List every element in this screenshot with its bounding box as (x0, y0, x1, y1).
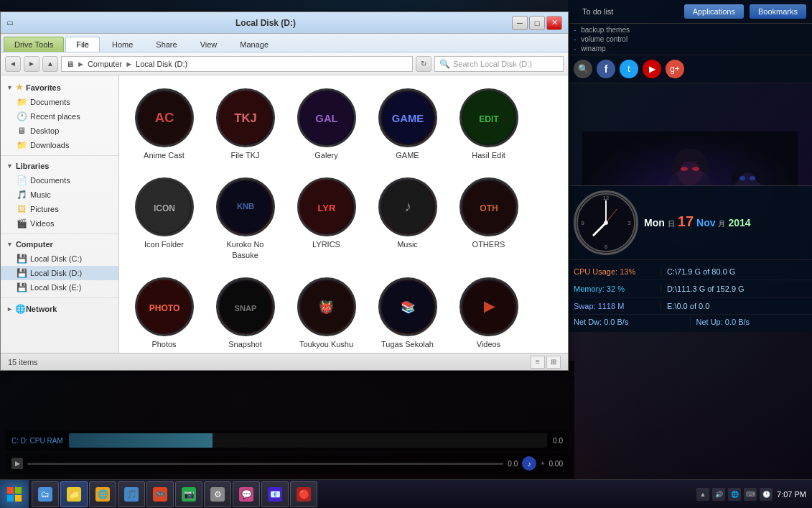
todo-button[interactable]: To do list (574, 4, 622, 19)
folder-game[interactable]: GAME GAME (370, 83, 445, 166)
start-button[interactable] (0, 480, 29, 509)
tab-file[interactable]: File (65, 37, 100, 52)
taskbar-item-8[interactable]: 💬 (233, 481, 260, 507)
sidebar-item-desktop[interactable]: 🖥 Desktop (1, 124, 118, 138)
sidebar-item-drive-e[interactable]: 💾 Local Disk (E:) (1, 280, 118, 295)
folder-toukyou[interactable]: 👹 Toukyou Kushu (289, 272, 364, 353)
taskbar-item-browser[interactable]: 🌐 (89, 481, 116, 507)
tab-view[interactable]: View (190, 37, 228, 52)
forward-button[interactable]: ► (24, 56, 39, 72)
sidebar-libraries-header[interactable]: ▼ Libraries (1, 159, 118, 173)
media-controls[interactable]: ▶ (11, 458, 23, 469)
folder-photos[interactable]: PHOTO Photos (126, 272, 202, 353)
tray-icon-clock[interactable]: 🕐 (760, 488, 773, 501)
sidebar-item-lib-documents[interactable]: 📄 Documents (1, 173, 118, 188)
progress-bar[interactable] (27, 463, 503, 465)
sidebar-favorites-header[interactable]: ▼ ★ Favorites (1, 80, 118, 95)
recent-icon: 🕐 (17, 111, 27, 121)
taskbar-item-1[interactable]: 🗂 (32, 481, 59, 507)
sidebar-item-drive-d[interactable]: 💾 Local Disk (D:) (1, 266, 118, 280)
sidebar-item-videos[interactable]: 🎬 Videos (1, 216, 118, 231)
sidebar-item-drive-c[interactable]: 💾 Local Disk (C:) (1, 251, 118, 266)
folder-anime-cast[interactable]: AC Anime Cast (126, 83, 202, 166)
twitter-icon[interactable]: t (620, 60, 638, 78)
folder-lyrics[interactable]: LYR LYRICS (289, 172, 364, 266)
day-kanji: 日 (668, 219, 675, 229)
taskbar-item-7[interactable]: ⚙ (204, 481, 231, 507)
sidebar-item-music[interactable]: 🎵 Music (1, 188, 118, 202)
media-icon[interactable]: ♪ (522, 456, 536, 471)
todo-bullet-3: - (574, 45, 576, 52)
folder-hasil-edit[interactable]: EDIT Hasil Edit (451, 83, 526, 166)
folder-toukyou-thumb: 👹 (297, 277, 356, 336)
close-button[interactable]: ✕ (546, 16, 562, 30)
sidebar-item-documents[interactable]: 📁 Documents (1, 95, 118, 109)
taskbar-item-9[interactable]: 📧 (261, 481, 289, 507)
desktop-icon: 🖥 (17, 126, 27, 136)
svg-text:♪: ♪ (403, 199, 411, 215)
folder-snapshot[interactable]: SNAP Snapshot (207, 272, 283, 353)
memory-stat-row: Memory: 32 % D:\111.3 G of 152.9 G (568, 280, 812, 297)
svg-text:KNB: KNB (236, 202, 253, 211)
drive-c-icon: 💾 (17, 254, 27, 264)
minimize-button[interactable]: ─ (512, 16, 528, 30)
sidebar-item-pictures[interactable]: 🖼 Pictures (1, 202, 118, 216)
folder-file-tkj[interactable]: TKJ File TKJ (207, 83, 283, 166)
memory-value: D:\111.3 G of 152.9 G (661, 285, 812, 293)
folder-galery[interactable]: GAL Galery (289, 83, 364, 166)
folder-others[interactable]: OTH OTHERS (451, 172, 526, 266)
tab-manage[interactable]: Manage (229, 37, 279, 52)
maximize-button[interactable]: □ (529, 16, 545, 30)
folder-music[interactable]: ♪ Music (370, 172, 445, 266)
path-computer: Computer (88, 60, 122, 68)
sidebar-item-recent[interactable]: 🕐 Recent places (1, 109, 118, 124)
taskbar-item-6[interactable]: 📷 (175, 481, 202, 507)
search-social-icon[interactable]: 🔍 (574, 60, 592, 78)
taskbar-icon-7: ⚙ (210, 487, 225, 502)
year-label: 2014 (728, 217, 750, 228)
youtube-icon[interactable]: ▶ (643, 60, 661, 78)
folder-icon-folder-label: Icon Folder (144, 239, 184, 249)
back-button[interactable]: ◄ (5, 56, 21, 72)
taskbar-media-icon: 🎵 (124, 487, 139, 502)
tray-icon-volume[interactable]: 🔊 (712, 488, 725, 501)
facebook-icon[interactable]: f (597, 60, 615, 78)
folder-tugas[interactable]: 📚 Tugas Sekolah (370, 272, 445, 353)
todo-list: - backup themes - volume control - winam… (568, 24, 812, 55)
up-button[interactable]: ▲ (42, 56, 58, 72)
tray-icon-expand[interactable]: ▲ (696, 488, 709, 501)
tray-icon-keyboard[interactable]: ⌨ (744, 488, 757, 501)
tab-drive-tools[interactable]: Drive Tools (4, 37, 64, 52)
bookmarks-button[interactable]: Bookmarks (750, 4, 806, 19)
folder-kuroko[interactable]: KNB Kuroko No Basuke (207, 172, 283, 266)
tab-home[interactable]: Home (101, 37, 144, 52)
taskbar-item-10[interactable]: 🔴 (290, 481, 317, 507)
address-path[interactable]: 🖥 ► Computer ► Local Disk (D:) (61, 56, 413, 72)
pictures-icon: 🖼 (17, 204, 27, 214)
svg-text:▶: ▶ (483, 298, 495, 314)
taskbar: 🗂 📁 🌐 🎵 🎮 📷 ⚙ 💬 📧 🔴 ▲ (0, 479, 812, 508)
grid-view-button[interactable]: ⊞ (546, 356, 561, 369)
sidebar-network-header[interactable]: ► 🌐 Network (1, 301, 118, 317)
sidebar-divider1 (1, 155, 118, 156)
main-area: ▼ ★ Favorites 📁 Documents 🕐 Recent place… (1, 75, 568, 353)
music-icon: 🎵 (17, 190, 27, 200)
refresh-button[interactable]: ↻ (416, 56, 431, 72)
folder-videos[interactable]: ▶ Videos (451, 272, 526, 353)
list-view-button[interactable]: ≡ (531, 356, 545, 369)
sidebar-recent-label: Recent places (30, 112, 80, 121)
taskbar-item-media[interactable]: 🎵 (118, 481, 145, 507)
file-grid: AC Anime Cast TKJ File TKJ GAL Galery GA… (119, 75, 568, 353)
taskbar-item-5[interactable]: 🎮 (146, 481, 174, 507)
sidebar-computer-header[interactable]: ▼ Computer (1, 237, 118, 251)
tray-icon-network[interactable]: 🌐 (728, 488, 741, 501)
sidebar-item-downloads[interactable]: 📁 Downloads (1, 138, 118, 152)
googleplus-icon[interactable]: g+ (666, 60, 684, 78)
folder-lyrics-thumb: LYR (297, 177, 356, 236)
folder-icon-folder[interactable]: ICON Icon Folder (126, 172, 202, 266)
tab-share[interactable]: Share (145, 37, 187, 52)
applications-button[interactable]: Applications (684, 4, 744, 19)
taskbar-item-explorer[interactable]: 📁 (60, 481, 88, 507)
folder-anime-cast-label: Anime Cast (144, 150, 185, 160)
search-box[interactable]: 🔍 Search Local Disk (D:) (434, 56, 564, 72)
